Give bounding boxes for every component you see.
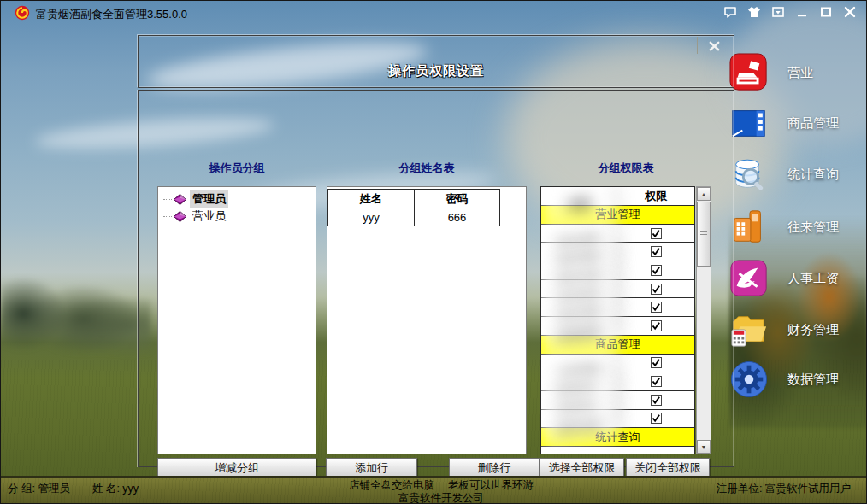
book-icon: [173, 210, 187, 223]
perm-checkbox[interactable]: [618, 261, 695, 279]
status-register: 注册单位: 富贵软件试用用户: [717, 482, 851, 496]
app-window: 富贵烟酒副食全面管理3.55.0.0 营业商品管理统计查询往来管理人事工资财务管…: [0, 0, 867, 504]
sidebar-item-3[interactable]: 统计查询: [724, 155, 867, 196]
perm-checkbox[interactable]: [618, 391, 695, 409]
sidebar-item-label: 商品管理: [787, 115, 839, 132]
dialog-close-button[interactable]: [705, 38, 723, 54]
sidebar-item-label: 统计查询: [787, 167, 839, 183]
sidebar-item-1[interactable]: 营业: [724, 53, 867, 94]
perm-item-label: 套件合成: [540, 406, 619, 449]
names-header-2: 密码: [415, 190, 500, 208]
status-left: 分 组: 管理员 姓 名: yyy: [8, 482, 139, 496]
dropdown-window-icon[interactable]: [770, 4, 786, 20]
minimize-icon[interactable]: [794, 4, 810, 20]
sidebar-item-label: 数据管理: [787, 372, 839, 388]
perm-checkbox[interactable]: [618, 225, 695, 243]
sidebar-item-4[interactable]: 往来管理: [724, 208, 867, 249]
scroll-down-button[interactable]: ▼: [697, 440, 711, 454]
close-separator: [697, 37, 698, 54]
status-group: 分 组: 管理员: [8, 482, 70, 496]
dialog-title-band: 操作员权限设置: [138, 35, 734, 88]
finance-folder-icon: [729, 310, 769, 349]
password-cell[interactable]: 666: [415, 208, 500, 226]
hr-badge-icon: [729, 259, 769, 298]
dialog-title: 操作员权限设置: [139, 63, 734, 79]
perm-checkbox[interactable]: [618, 280, 695, 298]
perm-checkbox[interactable]: [618, 355, 695, 372]
tree-item-管理员[interactable]: 管理员: [158, 190, 316, 208]
app-logo-icon: [15, 5, 30, 21]
main-menu-sidebar: 营业商品管理统计查询往来管理人事工资财务管理数据管理: [724, 35, 867, 462]
cash-register-icon: [729, 53, 769, 92]
slogan-line1: 店铺全盘交给电脑 老板可以世界环游: [283, 479, 599, 492]
status-slogan: 店铺全盘交给电脑 老板可以世界环游 富贵软件开发公司: [283, 479, 599, 504]
sidebar-item-7[interactable]: 数据管理: [724, 360, 867, 401]
dialog-body: 操作员分组 分组姓名表 分组权限表 管理员营业员 姓名密码yyy666 名称权限…: [138, 90, 734, 467]
status-bar: 分 组: 管理员 姓 名: yyy 店铺全盘交给电脑 老板可以世界环游 富贵软件…: [1, 476, 867, 504]
window-title: 富贵烟酒副食全面管理3.55.0.0: [36, 7, 187, 22]
perm-checkbox[interactable]: [618, 372, 695, 390]
database-search-icon: [729, 155, 769, 194]
sidebar-item-label: 财务管理: [787, 322, 839, 338]
tree-item-label: 营业员: [190, 208, 228, 225]
gear-data-icon: [729, 360, 769, 399]
permissions-table[interactable]: 名称权限营业管理商品销售商品采购商品仓储营业结算综合设置提成设置商品管理仓库增减…: [540, 186, 695, 454]
operator-groups-tree[interactable]: 管理员营业员: [157, 186, 316, 454]
perm-checkbox[interactable]: [618, 317, 695, 335]
tree-line: [1, 250, 150, 366]
permissions-dialog: 操作员权限设置 操作员分组 分组姓名表 分组权限表 管理员营业员 姓名密码yyy…: [138, 35, 734, 467]
names-header-1: 姓名: [328, 190, 415, 208]
goods-box-icon: [729, 103, 769, 143]
tree-item-label: 管理员: [190, 190, 228, 208]
status-name: 姓 名: yyy: [92, 482, 139, 496]
window-controls: [722, 4, 858, 20]
scrollbar-thumb[interactable]: [697, 202, 711, 267]
close-icon[interactable]: [842, 4, 858, 20]
sidebar-item-label: 人事工资: [787, 271, 839, 287]
perm-checkbox[interactable]: [618, 410, 695, 428]
tree-item-营业员[interactable]: 营业员: [158, 208, 316, 225]
slogan-line2: 富贵软件开发公司: [283, 492, 599, 504]
perm-checkbox[interactable]: [618, 243, 695, 261]
chat-bubble-icon[interactable]: [722, 4, 738, 20]
book-icon: [173, 193, 187, 206]
names-table-panel[interactable]: 姓名密码yyy666: [327, 186, 527, 454]
names-table: 姓名密码yyy666: [327, 189, 500, 226]
skin-shirt-icon[interactable]: [746, 4, 762, 20]
names-section-label: 分组姓名表: [327, 161, 527, 174]
fax-phone-icon: [729, 208, 769, 247]
names-row: yyy666: [328, 208, 500, 226]
sidebar-item-2[interactable]: 商品管理: [724, 103, 867, 144]
sidebar-item-5[interactable]: 人事工资: [724, 259, 867, 300]
tree-connector: [163, 216, 172, 217]
permissions-scrollbar[interactable]: ▲ ▼: [696, 186, 711, 454]
perm-item-row[interactable]: 商品销售: [541, 225, 694, 243]
perm-checkbox[interactable]: [618, 298, 695, 316]
maximize-icon[interactable]: [818, 4, 834, 20]
name-cell[interactable]: yyy: [328, 208, 415, 226]
scroll-up-button[interactable]: ▲: [697, 187, 711, 201]
perms-section-label: 分组权限表: [540, 161, 711, 174]
sidebar-item-6[interactable]: 财务管理: [724, 310, 867, 351]
window-titlebar: 富贵烟酒副食全面管理3.55.0.0: [1, 1, 866, 25]
sidebar-item-label: 往来管理: [787, 220, 839, 236]
sidebar-item-label: 营业: [787, 65, 813, 81]
tree-connector: [163, 199, 172, 200]
groups-section-label: 操作员分组: [157, 161, 316, 174]
perms-header-2: 权限: [618, 187, 695, 205]
perm-item-row[interactable]: 仓库增减: [541, 355, 694, 373]
